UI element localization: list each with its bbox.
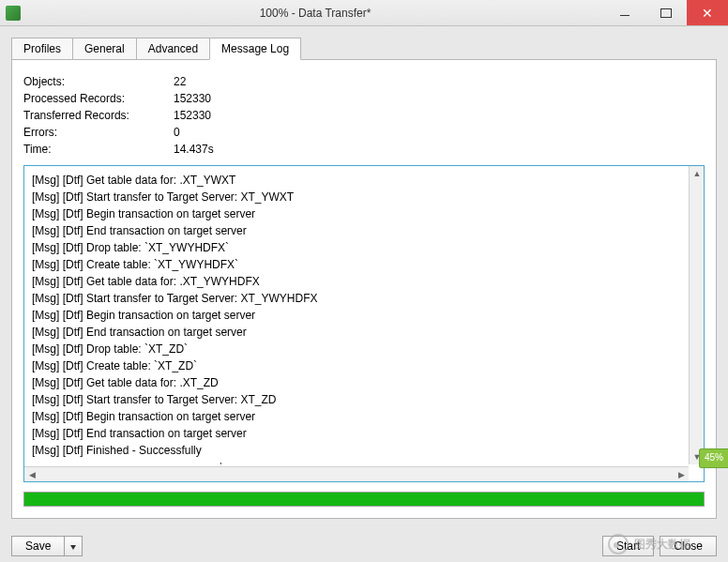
scroll-left-icon[interactable]: ◀ <box>24 467 39 482</box>
log-line: [Msg] [Dtf] Get table data for: .XT_YWYH… <box>32 273 679 290</box>
stat-transferred: Transferred Records: 152330 <box>23 107 705 124</box>
stat-value: 22 <box>174 73 186 90</box>
stat-label: Transferred Records: <box>23 107 174 124</box>
stat-label: Objects: <box>23 73 174 90</box>
scroll-up-icon[interactable]: ▲ <box>690 166 705 181</box>
stats-block: Objects: 22 Processed Records: 152330 Tr… <box>23 73 705 158</box>
stat-processed: Processed Records: 152330 <box>23 90 705 107</box>
stat-label: Time: <box>23 141 174 158</box>
stat-value: 152330 <box>174 90 211 107</box>
stat-value: 152330 <box>174 107 211 124</box>
right-button-group: Start Close <box>602 536 717 556</box>
dialog-footer: Save Start Close <box>0 526 728 556</box>
side-progress-tab: 45% <box>699 448 728 468</box>
close-button[interactable]: Close <box>660 536 717 556</box>
tab-panel: Objects: 22 Processed Records: 152330 Tr… <box>11 59 717 519</box>
scroll-right-icon[interactable]: ▶ <box>674 467 689 482</box>
tab-general[interactable]: General <box>72 38 137 59</box>
tab-strip: Profiles General Advanced Message Log <box>11 38 717 59</box>
close-window-button[interactable] <box>687 0 728 25</box>
save-button-group: Save <box>11 536 83 556</box>
stat-value: 14.437s <box>174 141 214 158</box>
log-line: [Msg] [Dtf] Finished - Successfully <box>32 442 679 459</box>
stat-time: Time: 14.437s <box>23 141 705 158</box>
log-line: ----------------------------------------… <box>32 459 679 464</box>
stat-label: Processed Records: <box>23 90 174 107</box>
titlebar: 100% - Data Transfer* <box>0 0 728 26</box>
start-button[interactable]: Start <box>602 536 654 556</box>
save-dropdown-button[interactable] <box>65 536 83 556</box>
main-content: Profiles General Advanced Message Log Ob… <box>0 26 728 526</box>
tab-profiles[interactable]: Profiles <box>11 38 73 59</box>
log-line: [Msg] [Dtf] Begin transaction on target … <box>32 408 679 425</box>
app-icon <box>6 6 21 21</box>
horizontal-scrollbar[interactable]: ◀ ▶ <box>24 466 689 481</box>
stat-value: 0 <box>174 124 180 141</box>
stat-objects: Objects: 22 <box>23 73 705 90</box>
log-line: [Msg] [Dtf] Get table data for: .XT_ZD <box>32 374 679 391</box>
log-line: [Msg] [Dtf] Create table: `XT_ZD` <box>32 357 679 374</box>
log-line: [Msg] [Dtf] Create table: `XT_YWYHDFX` <box>32 256 679 273</box>
log-line: [Msg] [Dtf] Drop table: `XT_ZD` <box>32 341 679 357</box>
window-title: 100% - Data Transfer* <box>26 7 604 20</box>
tab-advanced[interactable]: Advanced <box>136 38 210 59</box>
log-line: [Msg] [Dtf] End transaction on target se… <box>32 425 679 442</box>
log-text-area[interactable]: [Msg] [Dtf] Get table data for: .XT_YWXT… <box>24 166 687 464</box>
log-line: [Msg] [Dtf] Drop table: `XT_YWYHDFX` <box>32 239 679 256</box>
tab-message-log[interactable]: Message Log <box>209 38 301 60</box>
log-line: [Msg] [Dtf] Begin transaction on target … <box>32 307 679 324</box>
log-line: [Msg] [Dtf] Start transfer to Target Ser… <box>32 189 679 205</box>
message-log-box[interactable]: [Msg] [Dtf] Get table data for: .XT_YWXT… <box>23 165 705 482</box>
save-button[interactable]: Save <box>11 536 65 556</box>
vertical-scrollbar[interactable]: ▲ ▼ <box>689 166 704 464</box>
log-line: [Msg] [Dtf] End transaction on target se… <box>32 222 679 239</box>
maximize-button[interactable] <box>645 0 687 25</box>
log-line: [Msg] [Dtf] End transaction on target se… <box>32 324 679 341</box>
stat-errors: Errors: 0 <box>23 124 705 141</box>
log-line: [Msg] [Dtf] Get table data for: .XT_YWXT <box>32 172 679 189</box>
log-line: [Msg] [Dtf] Start transfer to Target Ser… <box>32 391 679 408</box>
log-line: [Msg] [Dtf] Begin transaction on target … <box>32 205 679 222</box>
log-line: [Msg] [Dtf] Start transfer to Target Ser… <box>32 290 679 307</box>
minimize-button[interactable] <box>604 0 645 25</box>
stat-label: Errors: <box>23 124 174 141</box>
progress-bar <box>23 492 705 507</box>
window-controls <box>604 0 728 25</box>
